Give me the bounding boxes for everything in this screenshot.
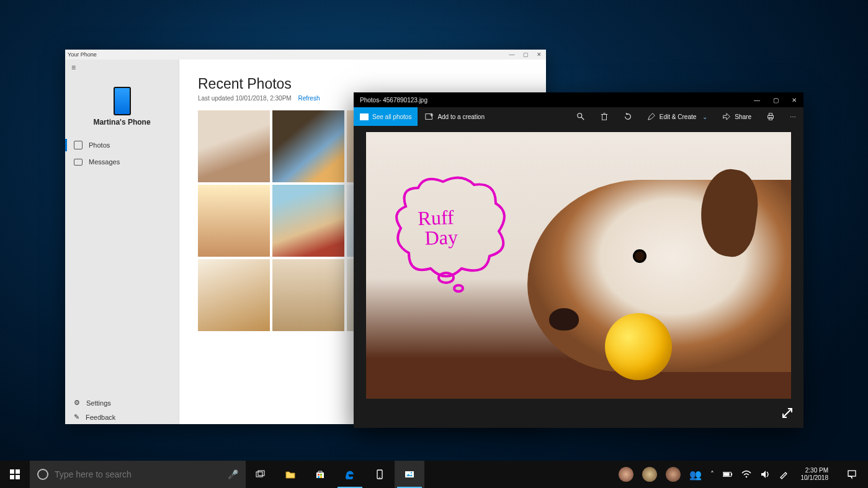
- refresh-link[interactable]: Refresh: [298, 95, 320, 102]
- svg-rect-16: [10, 475, 14, 479]
- svg-rect-9: [769, 113, 772, 116]
- sidebar-item-settings[interactable]: ⚙ Settings: [65, 396, 179, 410]
- people-avatar[interactable]: [642, 467, 657, 482]
- last-updated-text: Last updated 10/01/2018, 2:30PM: [198, 95, 292, 102]
- wifi-icon[interactable]: [741, 469, 751, 479]
- file-explorer-button[interactable]: [275, 461, 305, 488]
- edge-icon: [345, 469, 355, 479]
- search-input[interactable]: [55, 469, 221, 479]
- photo-thumb[interactable]: [198, 110, 270, 182]
- people-bar-icon[interactable]: 👥: [689, 469, 702, 481]
- photo-thumb[interactable]: [198, 185, 270, 257]
- ink-thought-bubble: Ruff Day: [387, 169, 517, 293]
- add-creation-icon: [425, 112, 434, 121]
- see-all-photos-button[interactable]: See all photos: [354, 107, 418, 126]
- phone-name-label: Martina's Phone: [65, 118, 179, 126]
- svg-line-13: [783, 409, 792, 417]
- rotate-icon: [624, 112, 632, 121]
- magnifier-icon: [576, 112, 585, 121]
- phone-icon: [375, 469, 385, 479]
- start-button[interactable]: [0, 461, 30, 488]
- sidebar-item-label: Photos: [89, 141, 110, 149]
- ink-text-line2: Day: [424, 227, 458, 248]
- hamburger-icon[interactable]: ≡: [65, 60, 179, 76]
- photo-thumb[interactable]: [272, 259, 344, 331]
- photos-app-icon: [405, 469, 414, 479]
- edit-create-button[interactable]: Edit & Create ⌄: [640, 107, 715, 126]
- add-to-creation-button[interactable]: Add to a creation: [418, 107, 492, 126]
- ink-workspace-icon[interactable]: [779, 469, 789, 479]
- clock-date: 10/1/2018: [801, 474, 829, 482]
- minimize-button[interactable]: —: [505, 50, 519, 60]
- people-avatar[interactable]: [619, 467, 633, 482]
- button-label: Edit & Create: [660, 113, 696, 120]
- system-tray: 👥 ˄ 2:30 PM 10/1/2018: [619, 461, 869, 488]
- print-button[interactable]: [759, 107, 782, 126]
- svg-rect-31: [731, 473, 732, 476]
- photo-thumb[interactable]: [272, 185, 344, 257]
- your-phone-title: Your Phone: [68, 51, 97, 58]
- fullscreen-button[interactable]: [781, 407, 794, 422]
- svg-rect-24: [320, 476, 322, 478]
- your-phone-taskbar-button[interactable]: [365, 461, 395, 488]
- svg-rect-5: [602, 115, 606, 120]
- sidebar-item-messages[interactable]: Messages: [65, 154, 179, 170]
- photos-taskbar-button[interactable]: [395, 461, 424, 488]
- svg-rect-18: [256, 472, 262, 477]
- ellipsis-icon: ⋯: [790, 113, 796, 120]
- more-button[interactable]: ⋯: [782, 107, 803, 126]
- svg-line-4: [581, 117, 584, 120]
- taskbar-search[interactable]: 🎤: [30, 461, 246, 488]
- photos-titlebar[interactable]: Photos- 4567890123.jpg — ▢ ✕: [354, 92, 803, 107]
- clock-time: 2:30 PM: [801, 467, 829, 474]
- microphone-icon[interactable]: 🎤: [228, 469, 238, 479]
- trash-icon: [600, 112, 609, 121]
- close-button[interactable]: ✕: [532, 50, 546, 60]
- microsoft-store-button[interactable]: [305, 461, 335, 488]
- clock-button[interactable]: 2:30 PM 10/1/2018: [797, 467, 833, 482]
- photo-thumb[interactable]: [272, 110, 344, 182]
- minimize-button[interactable]: —: [748, 92, 766, 107]
- edit-icon: [647, 112, 656, 121]
- svg-point-12: [454, 285, 463, 291]
- photo-content: Ruff Day: [366, 132, 791, 399]
- photos-icon: [74, 141, 83, 149]
- sidebar-item-photos[interactable]: Photos: [65, 136, 179, 154]
- sidebar-item-feedback[interactable]: ✎ Feedback: [65, 410, 179, 424]
- task-view-button[interactable]: [246, 461, 275, 488]
- your-phone-sidebar: ≡ Martina's Phone Photos Messages ⚙ Sett…: [65, 60, 179, 424]
- maximize-button[interactable]: ▢: [519, 50, 532, 60]
- picture-icon: [360, 113, 369, 120]
- share-icon: [722, 112, 731, 121]
- photos-toolbar: See all photos Add to a creation Edit & …: [354, 107, 803, 126]
- button-label: Add to a creation: [437, 113, 485, 120]
- photo-viewport[interactable]: Ruff Day: [354, 126, 803, 428]
- share-button[interactable]: Share: [715, 107, 759, 126]
- svg-rect-22: [320, 474, 322, 476]
- photos-title: Photos- 4567890123.jpg: [360, 97, 427, 104]
- svg-rect-27: [405, 471, 414, 477]
- volume-icon[interactable]: [760, 469, 770, 479]
- button-label: Share: [735, 113, 751, 120]
- expand-icon: [781, 407, 794, 419]
- chevron-down-icon: ⌄: [700, 113, 707, 120]
- phone-illustration-icon: [114, 87, 131, 115]
- sidebar-item-label: Messages: [89, 158, 120, 166]
- action-center-button[interactable]: [841, 461, 863, 488]
- svg-point-33: [745, 476, 747, 478]
- rotate-button[interactable]: [616, 107, 640, 126]
- maximize-button[interactable]: ▢: [766, 92, 785, 107]
- svg-point-26: [379, 477, 380, 478]
- sidebar-item-label: Feedback: [86, 414, 115, 421]
- feedback-icon: ✎: [74, 413, 79, 421]
- zoom-button[interactable]: [569, 107, 593, 126]
- your-phone-titlebar[interactable]: Your Phone — ▢ ✕: [65, 50, 546, 60]
- svg-rect-32: [723, 472, 729, 476]
- edge-browser-button[interactable]: [335, 461, 365, 488]
- close-button[interactable]: ✕: [785, 92, 803, 107]
- battery-icon[interactable]: [723, 469, 733, 479]
- photo-thumb[interactable]: [198, 259, 270, 331]
- tray-overflow-icon[interactable]: ˄: [710, 470, 714, 479]
- people-avatar[interactable]: [666, 467, 681, 482]
- delete-button[interactable]: [593, 107, 616, 126]
